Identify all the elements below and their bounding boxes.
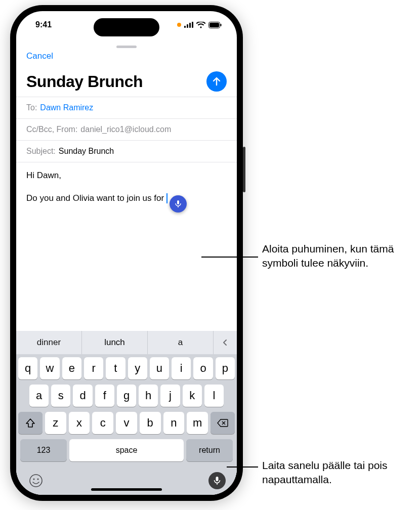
compose-sheet: Cancel Sunday Brunch To: Dawn Ramirez Cc… (16, 41, 237, 495)
key-y[interactable]: y (128, 357, 147, 379)
wifi-icon (196, 22, 205, 28)
svg-rect-0 (184, 26, 186, 28)
key-d[interactable]: d (73, 385, 92, 407)
key-g[interactable]: g (117, 385, 136, 407)
phone-frame: 9:41 Cancel Sunday Brunch To: Dawn (10, 5, 243, 501)
svg-rect-12 (216, 477, 219, 481)
dictation-indicator (170, 195, 187, 212)
svg-point-10 (33, 479, 35, 480)
key-p[interactable]: p (216, 357, 235, 379)
suggestion-3[interactable]: a (148, 331, 214, 354)
chevron-left-icon (222, 339, 229, 346)
svg-rect-6 (221, 24, 222, 26)
key-i[interactable]: i (172, 357, 191, 379)
keyboard: dinner lunch a q w e r t y u (16, 331, 237, 495)
svg-rect-5 (209, 23, 219, 27)
suggestion-collapse[interactable] (214, 331, 237, 354)
svg-point-11 (37, 479, 39, 480)
key-z[interactable]: z (45, 412, 66, 434)
from-email: daniel_rico1@icloud.com (80, 125, 171, 134)
key-t[interactable]: t (106, 357, 125, 379)
numeric-key[interactable]: 123 (20, 439, 67, 461)
screen: 9:41 Cancel Sunday Brunch To: Dawn (16, 11, 237, 495)
shift-key[interactable] (18, 412, 43, 434)
compose-title: Sunday Brunch (26, 72, 143, 91)
arrow-up-icon (212, 76, 222, 87)
key-row-3: z x c v b n m (18, 412, 235, 434)
key-h[interactable]: h (139, 385, 158, 407)
shift-icon (25, 418, 35, 428)
to-label: To: (26, 103, 37, 112)
microphone-icon (174, 200, 182, 208)
space-key[interactable]: space (69, 439, 184, 461)
key-a[interactable]: a (29, 385, 49, 407)
key-row-2: a s d f g h j k l (18, 385, 235, 407)
key-e[interactable]: e (62, 357, 81, 379)
mic-indicator-dot (177, 23, 181, 27)
backspace-key[interactable] (211, 412, 235, 434)
key-r[interactable]: r (84, 357, 103, 379)
svg-point-9 (30, 475, 42, 487)
callout-line-1 (201, 257, 258, 258)
key-m[interactable]: m (187, 412, 208, 434)
status-time: 9:41 (35, 20, 52, 29)
key-q[interactable]: q (18, 357, 37, 379)
key-l[interactable]: l (204, 385, 224, 407)
dynamic-island (94, 18, 159, 36)
cellular-icon (184, 22, 193, 28)
suggestion-1[interactable]: dinner (16, 331, 82, 354)
battery-icon (208, 22, 222, 28)
emoji-button[interactable] (27, 472, 45, 489)
key-n[interactable]: n (163, 412, 185, 434)
to-field[interactable]: To: Dawn Ramirez (16, 97, 237, 119)
key-j[interactable]: j (160, 385, 180, 407)
send-button[interactable] (206, 71, 227, 92)
callout-line-2 (227, 466, 258, 468)
cancel-button[interactable]: Cancel (26, 51, 53, 61)
home-indicator[interactable] (91, 488, 162, 491)
key-u[interactable]: u (150, 357, 169, 379)
svg-rect-1 (187, 24, 188, 28)
svg-rect-2 (189, 23, 191, 28)
return-key[interactable]: return (186, 439, 233, 461)
key-b[interactable]: b (140, 412, 161, 434)
key-x[interactable]: x (69, 412, 90, 434)
key-k[interactable]: k (183, 385, 202, 407)
key-v[interactable]: v (116, 412, 137, 434)
ccbcc-field[interactable]: Cc/Bcc, From: daniel_rico1@icloud.com (16, 119, 237, 141)
body-line-2: Do you and Olivia want to join us for (26, 193, 166, 203)
sheet-grabber[interactable] (116, 46, 137, 48)
to-recipient[interactable]: Dawn Ramirez (40, 103, 93, 112)
key-f[interactable]: f (95, 385, 114, 407)
subject-value: Sunday Brunch (59, 147, 114, 156)
callout-2: Laita sanelu päälle tai pois napauttamal… (262, 458, 414, 487)
key-row-1: q w e r t y u i o p (18, 357, 235, 379)
key-c[interactable]: c (92, 412, 113, 434)
dictation-button[interactable] (208, 472, 226, 489)
svg-rect-3 (192, 22, 193, 28)
key-s[interactable]: s (51, 385, 70, 407)
svg-rect-7 (177, 200, 179, 204)
callout-1: Aloita puhuminen, kun tämä symboli tulee… (262, 242, 414, 271)
emoji-icon (29, 474, 43, 488)
status-right (177, 22, 222, 28)
subject-field[interactable]: Subject: Sunday Brunch (16, 141, 237, 162)
suggestion-2[interactable]: lunch (82, 331, 148, 354)
message-body[interactable]: Hi Dawn, Do you and Olivia want to join … (16, 162, 237, 331)
key-o[interactable]: o (193, 357, 213, 379)
ccbcc-label: Cc/Bcc, From: (26, 125, 77, 134)
microphone-icon (213, 476, 221, 485)
backspace-icon (217, 419, 228, 427)
key-w[interactable]: w (40, 357, 59, 379)
key-row-4: 123 space return (18, 439, 235, 461)
body-line-1: Hi Dawn, (26, 169, 227, 182)
subject-label: Subject: (26, 147, 56, 156)
suggestion-bar: dinner lunch a (16, 331, 237, 354)
text-cursor (166, 193, 167, 203)
